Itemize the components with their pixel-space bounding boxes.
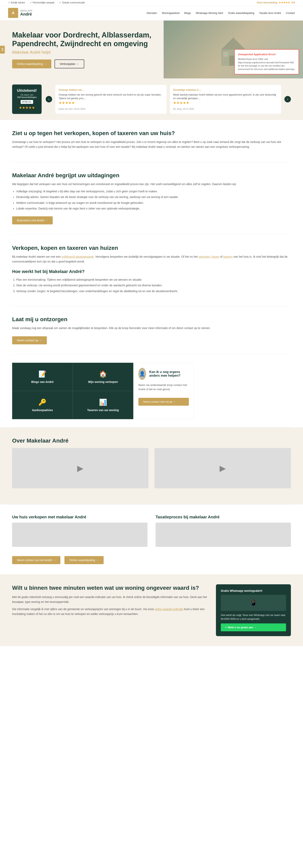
service-label-aankoop: Aankoopadvies <box>32 408 53 412</box>
top-bar-rating: Onze beoordeling ★★★★★ 9.8 <box>257 1 295 4</box>
waardepaling-button[interactable]: Online waardepaling → <box>12 60 51 68</box>
contact-me-button[interactable]: Neem contact met mij op → <box>138 398 189 406</box>
verkopen-link[interactable]: verkopen <box>198 255 210 258</box>
hero-title: Makelaar voor Dordrecht, Alblasserdam, P… <box>12 31 152 48</box>
top-bar-item-2: ✓ Persoonlijke aanpak <box>30 1 54 4</box>
hero-section: 9.8 Makelaar voor Dordrecht, Alblasserda… <box>0 21 303 79</box>
list-item: Verkoop zonder zorgen: Ik begeleid bezoe… <box>16 289 291 293</box>
taxeren-link[interactable]: taxeren <box>223 255 233 258</box>
section1-heading: Ziet u op tegen het verkopen, kopen of t… <box>12 130 291 136</box>
review-next-button[interactable]: › <box>284 96 291 102</box>
cta-image-2 <box>156 523 291 547</box>
section2-heading: Makelaar André begrijpt uw uitdagingen <box>12 172 291 179</box>
hero-right: Unexpected Application Error! Minified R… <box>164 21 303 79</box>
whatsapp-signup-button[interactable]: ✓ Meld u nu gratis aan → <box>221 623 286 631</box>
section-uitdagingen: Makelaar André begrijpt uw uitdagingen W… <box>0 162 303 235</box>
rating-label: Onze beoordeling <box>257 1 277 4</box>
logo-icon: A <box>8 8 18 18</box>
phone-image: 📱 <box>221 595 286 611</box>
cta-btn-1[interactable]: Neem contact op met André → <box>12 556 60 564</box>
about-video-1: ▶ <box>12 448 148 488</box>
nav-item-woningaanbod[interactable]: Woningaanbod <box>162 11 180 14</box>
cta-btn-2[interactable]: Online waardepaling → <box>64 556 104 564</box>
whatsapp-right-text: Hoe werkt als volgt: Stuur een Whatsapp … <box>221 613 286 621</box>
section-ziet-u-op: Ziet u op tegen het verkopen, kopen of t… <box>0 120 303 162</box>
whatsapp-heading: Wilt u binnen twee minuten weten wat uw … <box>12 584 208 592</box>
navigation: A MAKELAAR André Diensten Woningaanbod B… <box>0 5 303 21</box>
service-card-aankoop[interactable]: 🔑 Aankoopadvies <box>12 391 73 419</box>
top-bar-item-1: ✓ Eerlijk advies <box>8 1 25 4</box>
services-grid: 📝 Blogs van André 🏠 Mijn woning verkopen… <box>12 363 194 419</box>
nav-item-diensten[interactable]: Diensten <box>147 11 157 14</box>
logo-sub: MAKELAAR <box>20 9 32 12</box>
section3-steps: Plan een kennismaking: Tijdens een vrijb… <box>16 277 291 293</box>
cta-title-2: Taxatieproces bij makelaar André <box>156 515 291 519</box>
section-verkopen-kopen: Verkopen, kopen en taxeren van huizen Bi… <box>0 235 303 306</box>
nav-item-waardepaling[interactable]: Gratis waardebepaling <box>228 11 254 14</box>
nav-menu: Diensten Woningaanbod Blogs Whatsapp Won… <box>147 11 295 14</box>
avatar: 👤 <box>138 368 146 380</box>
verkoopplan-button[interactable]: Verkoopplan → <box>55 60 84 68</box>
contact-card-text: Neem via onderstaande knop contact met A… <box>138 383 189 392</box>
rating-score: 9.8 <box>292 1 295 4</box>
cta-section: Uw huis verkopen met makelaar André Taxa… <box>0 505 303 574</box>
section4-p1: Maak vandaag nog een afspraak om samen d… <box>12 326 291 331</box>
service-card-taxeren[interactable]: 📊 Taxeren van uw woning <box>73 391 133 419</box>
cta-title-1: Uw huis verkopen met makelaar André <box>12 515 147 519</box>
section3-heading: Verkopen, kopen en taxeren van huizen <box>12 245 291 251</box>
review-2-text: Mede dankzij makelaar André hebben wij e… <box>173 93 278 100</box>
brainstorm-button[interactable]: Brainstorm met André → <box>12 216 53 224</box>
hero-left: 9.8 Makelaar voor Dordrecht, Alblasserda… <box>0 21 164 79</box>
list-item: Plan een kennismaking: Tijdens een vrijb… <box>16 277 291 282</box>
review-prev-button[interactable]: ‹ <box>46 96 52 102</box>
service-label-taxeren: Taxeren van uw woning <box>87 408 119 412</box>
service-card-verkopen[interactable]: 🏠 Mijn woning verkopen <box>73 363 133 391</box>
whatsapp-left: Wilt u binnen twee minuten weten wat uw … <box>12 584 208 636</box>
about-video-2: ▶ <box>155 448 291 488</box>
vrijblijvend-link[interactable]: vrijblijvend adviesgesprek <box>61 255 94 258</box>
review-score-box: Uitstekend! Op basis van 156 beoordeling… <box>12 85 42 114</box>
top-bar-item-3: ✓ Goede communicatie <box>59 1 85 4</box>
services-section: 📝 Blogs van André 🏠 Mijn woning verkopen… <box>0 355 303 427</box>
error-overlay: Unexpected Application Error! Minified R… <box>234 49 299 74</box>
mtmo-badge: MTMO.NL <box>21 100 33 104</box>
cta-image-1 <box>12 523 147 547</box>
section-ontzorgen: Laat mij u ontzorgen Maak vandaag nog ee… <box>0 306 303 354</box>
review-2-title: Geweldige makelaar 4.... <box>173 88 278 92</box>
section3-p1: Bij makelaar André starten we met een vr… <box>12 254 291 264</box>
list-item: Lokale expertise: Dankzij mijn kennis va… <box>16 206 291 211</box>
nav-item-taxatie[interactable]: Taxatie door André <box>259 11 281 14</box>
about-heading: Over Makelaar André <box>12 437 291 444</box>
whatsapp-right: Gratis Whatsapp woningsalert! 📱 Hoe werk… <box>216 584 291 636</box>
top-bar: ✓ Eerlijk advies ✓ Persoonlijke aanpak ✓… <box>0 0 303 5</box>
nav-item-whatsapp[interactable]: Whatsapp Woning Alert <box>196 11 223 14</box>
neem-contact-op-button[interactable]: Neem contact op → <box>12 336 47 344</box>
section2-list: Volledige ontzorging: Ik begeleid u bij … <box>16 189 291 211</box>
whatsapp-p2: Die informatie vergelijk ik met cijfers … <box>12 607 208 617</box>
verkopen-icon: 🏠 <box>99 370 107 378</box>
whatsapp-right-heading: Gratis Whatsapp woningsalert! <box>221 589 286 592</box>
review-1-stars: ★★★★★ <box>59 100 163 106</box>
review-2-reviewer: De Jong, 18-11-2024 <box>173 107 278 111</box>
hero-tagline: Makelaar André helpt. <box>12 50 152 55</box>
kopen-link[interactable]: kopen <box>212 255 219 258</box>
review-1-title: Onlangs hebben wij.... <box>59 88 163 92</box>
whatsapp-p1: Met de gratis rekentoöl ontvang u eenvou… <box>12 595 208 604</box>
reviews-section: Uitstekend! Op basis van 156 beoordeling… <box>0 79 303 120</box>
review-basis: Op basis van 156 beoordelingen <box>17 94 37 98</box>
section4-heading: Laat mij u ontzorgen <box>12 316 291 322</box>
service-card-blogs[interactable]: 📝 Blogs van André <box>12 363 73 391</box>
logo-name: André <box>20 12 32 17</box>
nav-item-blogs[interactable]: Blogs <box>185 11 191 14</box>
review-score-label: Uitstekend! <box>17 89 37 93</box>
waarde-indicatie-link[interactable]: online waarde indicatie <box>155 608 184 611</box>
contact-card: 👤 Kan ik u nog ergens anders mee helpen?… <box>133 363 194 419</box>
top-bar-left: ✓ Eerlijk advies ✓ Persoonlijke aanpak ✓… <box>8 1 85 4</box>
list-item: Deskundig advies: Samen bepalen we de be… <box>16 195 291 199</box>
nav-item-contact[interactable]: Contact <box>286 11 295 14</box>
service-label-verkopen: Mijn woning verkopen <box>88 380 118 383</box>
cta-buttons: Neem contact op met André → Online waard… <box>12 556 291 564</box>
review-stars: ★★★★★ <box>17 105 37 110</box>
contact-card-heading: Kan ik u nog ergens anders mee helpen? <box>149 370 189 377</box>
svg-marker-1 <box>221 37 245 50</box>
